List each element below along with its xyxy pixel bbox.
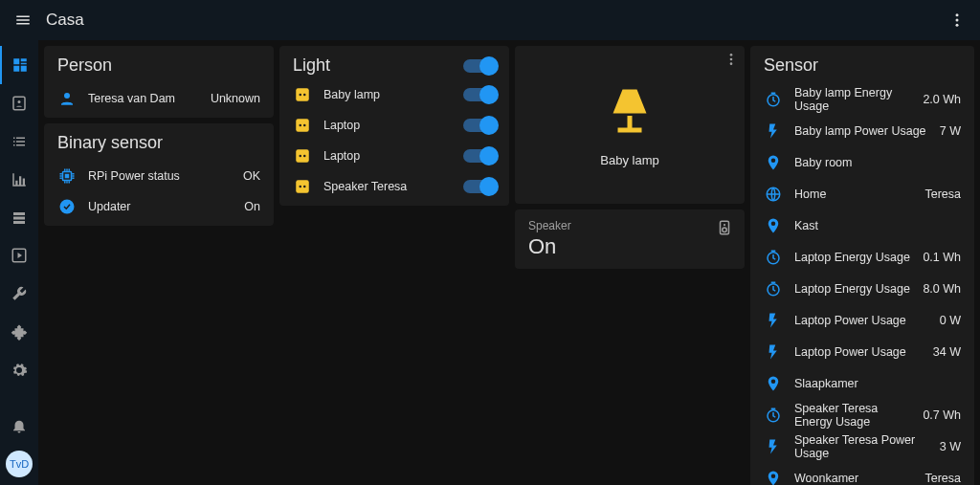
light-row[interactable]: Speaker Teresa: [293, 171, 496, 202]
sensor-row[interactable]: Slaapkamer: [764, 367, 961, 399]
menu-button[interactable]: [11, 9, 34, 32]
sensor-row[interactable]: Laptop Energy Usage0.1 Wh: [764, 241, 961, 273]
chip-icon: [57, 167, 77, 185]
sensor-label: Speaker Teresa Power Usage: [794, 433, 928, 460]
sensor-label: Baby lamp Energy Usage: [794, 86, 911, 113]
speaker-title: Speaker: [528, 219, 731, 232]
flash-icon: [764, 343, 783, 361]
sensor-row[interactable]: Kast: [764, 209, 961, 241]
sensor-row[interactable]: Laptop Energy Usage8.0 Wh: [764, 273, 961, 304]
sensor-label: Laptop Power Usage: [794, 345, 922, 359]
sensor-label: Woonkamer: [794, 472, 913, 485]
nav-overview[interactable]: [0, 46, 38, 84]
light-label: Laptop: [323, 149, 452, 163]
sensor-row[interactable]: HomeTeresa: [764, 178, 961, 209]
person-row[interactable]: Teresa van Dam Unknown: [57, 83, 260, 114]
sensor-label: Home: [794, 187, 913, 201]
light-label: Speaker Teresa: [323, 180, 452, 193]
app-title: Casa: [46, 11, 84, 30]
sensor-value: 7 W: [940, 124, 961, 138]
sensor-label: Baby lamp Power Usage: [794, 124, 928, 138]
sensor-row[interactable]: Baby room: [764, 146, 961, 178]
light-row[interactable]: Laptop: [293, 110, 496, 141]
sensor-label: Laptop Power Usage: [794, 314, 928, 327]
sidebar: TvD: [0, 40, 38, 485]
sensor-label: Kast: [794, 219, 949, 232]
person-value: Unknown: [211, 92, 260, 105]
nav-config[interactable]: [0, 351, 38, 389]
timer-icon: [764, 91, 783, 108]
light-label: Baby lamp: [323, 88, 452, 101]
person-label: Teresa van Dam: [88, 92, 199, 105]
binary-value: On: [244, 200, 260, 213]
sensor-row[interactable]: WoonkamerTeresa: [764, 462, 961, 485]
binary-title: Binary sensor: [57, 133, 260, 153]
nav-media[interactable]: [0, 237, 38, 276]
sensor-label: Slaapkamer: [794, 377, 949, 390]
sensor-value: Teresa: [924, 472, 961, 485]
feature-light-card[interactable]: Baby lamp: [515, 46, 745, 204]
flash-icon: [764, 122, 783, 140]
binary-row-updater[interactable]: Updater On: [57, 191, 260, 222]
check-circle-icon: [57, 198, 77, 215]
light-card: Light Baby lampLaptopLaptopSpeaker Teres…: [279, 46, 509, 206]
sensor-row[interactable]: Laptop Power Usage34 W: [764, 336, 961, 367]
speaker-state: On: [528, 234, 731, 259]
sensor-value: 34 W: [933, 345, 961, 359]
person-icon: [57, 90, 77, 107]
user-avatar[interactable]: TvD: [6, 451, 33, 477]
light-row[interactable]: Laptop: [293, 141, 496, 171]
outlet-icon: [293, 178, 312, 195]
sensor-card: Sensor Baby lamp Energy Usage2.0 WhBaby …: [750, 46, 974, 485]
light-label: Laptop: [323, 119, 452, 132]
sensor-value: 0.1 Wh: [923, 251, 961, 264]
flash-icon: [764, 438, 783, 455]
sensor-title: Sensor: [764, 55, 961, 76]
light-title: Light: [293, 55, 463, 76]
sensor-value: 0 W: [940, 314, 961, 327]
light-toggle[interactable]: [463, 88, 496, 101]
light-master-toggle[interactable]: [463, 59, 496, 73]
person-card: Person Teresa van Dam Unknown: [44, 46, 274, 118]
nav-logbook[interactable]: [0, 122, 38, 161]
timer-icon: [764, 280, 783, 298]
nav-notifications[interactable]: [0, 407, 38, 445]
place-icon: [764, 154, 783, 171]
outlet-icon: [293, 86, 312, 103]
place-icon: [764, 375, 783, 392]
sensor-value: 8.0 Wh: [923, 282, 961, 296]
place-icon: [764, 217, 783, 234]
sensor-label: Laptop Energy Usage: [794, 282, 911, 296]
sensor-row[interactable]: Baby lamp Power Usage7 W: [764, 115, 961, 146]
sensor-value: 3 W: [940, 440, 961, 453]
nav-history[interactable]: [0, 161, 38, 199]
sensor-row[interactable]: Speaker Teresa Energy Usage0.7 Wh: [764, 399, 961, 430]
nav-integrations[interactable]: [0, 313, 38, 351]
outlet-icon: [293, 147, 312, 165]
outlet-icon: [293, 117, 312, 134]
feature-menu-button[interactable]: [724, 52, 739, 71]
app-header: Casa: [0, 0, 980, 40]
sensor-label: Baby room: [794, 156, 949, 169]
globe-icon: [764, 186, 783, 203]
nav-shopping[interactable]: [0, 199, 38, 237]
sensor-label: Speaker Teresa Energy Usage: [794, 402, 911, 429]
binary-row-rpi[interactable]: RPi Power status OK: [57, 161, 260, 191]
lamp-icon: [601, 82, 658, 140]
nav-map[interactable]: [0, 84, 38, 122]
light-row[interactable]: Baby lamp: [293, 79, 496, 110]
timer-icon: [764, 249, 783, 266]
light-toggle[interactable]: [463, 180, 496, 193]
sensor-row[interactable]: Baby lamp Energy Usage2.0 Wh: [764, 83, 961, 115]
nav-devtools[interactable]: [0, 275, 38, 313]
overflow-button[interactable]: [946, 9, 969, 32]
sensor-row[interactable]: Speaker Teresa Power Usage3 W: [764, 430, 961, 462]
sensor-value: 0.7 Wh: [923, 408, 961, 422]
light-toggle[interactable]: [463, 149, 496, 163]
speaker-icon: [716, 219, 733, 240]
speaker-card[interactable]: Speaker On: [515, 209, 745, 269]
light-toggle[interactable]: [463, 119, 496, 132]
sensor-value: Teresa: [924, 187, 961, 201]
sensor-row[interactable]: Laptop Power Usage0 W: [764, 304, 961, 336]
binary-value: OK: [243, 169, 260, 183]
